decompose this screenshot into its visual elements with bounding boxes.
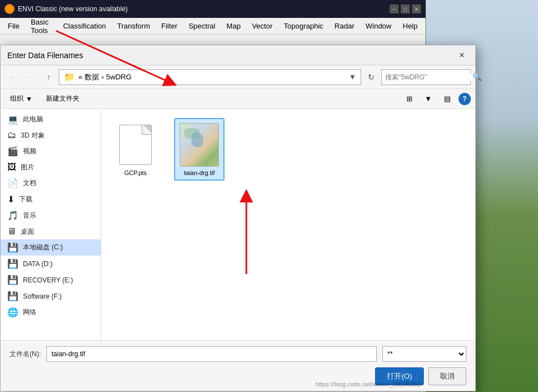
address-chevron-icon[interactable]: ▼ <box>349 73 356 81</box>
nav-item-pictures[interactable]: 🖼 图片 <box>1 159 101 175</box>
nav-item-3d[interactable]: 🗂 3D 对象 <box>1 127 101 143</box>
tif-file-shape <box>180 123 219 167</box>
menu-item-basic-tools[interactable]: Basic Tools <box>25 16 58 37</box>
nav-item-video[interactable]: 🎬 视频 <box>1 143 101 159</box>
file-item-tif[interactable]: taian-drg.tif <box>174 118 224 181</box>
gcp-file-label: GCP.pts <box>124 169 147 176</box>
menu-item-spectral[interactable]: Spectral <box>183 20 221 32</box>
file-item-gcp[interactable]: GCP.pts <box>110 118 161 181</box>
search-button[interactable]: 🔍 <box>472 70 482 84</box>
close-app-button[interactable]: ✕ <box>412 4 421 13</box>
nav-item-network[interactable]: 🌐 网络 <box>1 304 101 320</box>
help-icon: ? <box>462 95 466 103</box>
view-dropdown-button[interactable]: ▼ <box>420 92 436 106</box>
nav-item-this-pc[interactable]: 💻 此电脑 <box>1 111 101 127</box>
title-bar-controls: ─ □ ✕ <box>390 4 421 13</box>
nav-item-software-f[interactable]: 💾 Software (F:) <box>1 288 101 304</box>
music-icon: 🎵 <box>7 210 18 221</box>
menu-item-window[interactable]: Window <box>360 20 397 32</box>
nav-item-documents-label: 文档 <box>23 178 36 188</box>
nav-item-video-label: 视频 <box>23 147 36 156</box>
refresh-button[interactable]: ↻ <box>363 69 379 85</box>
documents-icon: 📄 <box>7 178 18 188</box>
dialog-toolbar2: 组织 ▼ 新建文件夹 ⊞ ▼ ▤ ? <box>1 89 475 109</box>
nav-item-recovery-e[interactable]: 💾 RECOVERY (E:) <box>1 272 101 288</box>
data-d-icon: 💾 <box>7 258 18 269</box>
nav-item-data-d[interactable]: 💾 DATA (D:) <box>1 256 101 272</box>
cancel-button[interactable]: 取消 <box>428 367 466 385</box>
new-folder-label: 新建文件夹 <box>46 94 79 103</box>
nav-item-music-label: 音乐 <box>23 211 36 220</box>
menu-item-vector[interactable]: Vector <box>246 20 278 32</box>
tif-file-icon <box>180 122 219 167</box>
downloads-icon: ⬇ <box>7 194 15 205</box>
filename-input[interactable] <box>46 346 377 362</box>
breadcrumb-arrow: › <box>101 73 104 81</box>
menu-item-map[interactable]: Map <box>221 20 246 32</box>
local-c-icon: 💾 <box>7 242 18 253</box>
menu-bar: FileBasic ToolsClassificationTransformFi… <box>0 18 425 35</box>
dialog-close-button[interactable]: × <box>455 49 469 62</box>
organize-label: 组织 <box>10 94 24 103</box>
menu-item-topographic[interactable]: Topographic <box>278 20 329 32</box>
nav-item-documents[interactable]: 📄 文档 <box>1 175 101 191</box>
forward-button[interactable]: → <box>23 69 39 85</box>
menu-item-file[interactable]: File <box>2 20 25 32</box>
nav-pane: 💻 此电脑 🗂 3D 对象 🎬 视频 🖼 图片 📄 文档 ⬇ 下载 <box>1 109 101 340</box>
view-dropdown-icon: ▼ <box>425 95 432 103</box>
pane-toggle-button[interactable]: ▤ <box>439 92 455 106</box>
nav-item-data-d-label: DATA (D:) <box>23 260 53 268</box>
breadcrumb: « 数据 › 5wDRG <box>78 72 132 82</box>
nav-item-music[interactable]: 🎵 音乐 <box>1 207 101 224</box>
tif-map-preview <box>180 124 218 166</box>
minimize-button[interactable]: ─ <box>390 4 399 13</box>
network-icon: 🌐 <box>7 307 18 318</box>
breadcrumb-5wdrg[interactable]: 5wDRG <box>106 73 132 81</box>
envi-title-bar: ENVI Classic (new version available) ─ □… <box>0 0 425 18</box>
dialog-address-toolbar: ← → ↑ 📁 « 数据 › 5wDRG ▼ ↻ 🔍 <box>1 65 475 89</box>
tif-file-label: taian-drg.tif <box>184 169 214 176</box>
desktop-icon: 🖥 <box>7 226 16 237</box>
envi-title: ENVI Classic (new version available) <box>18 5 390 13</box>
pane-icon: ▤ <box>444 95 451 103</box>
file-pane: GCP.pts taian-drg.tif <box>101 109 475 340</box>
new-folder-button[interactable]: 新建文件夹 <box>41 92 85 106</box>
generic-file-shape <box>119 125 152 165</box>
filename-row: 文件名(N): ** <box>10 346 466 362</box>
this-pc-icon: 💻 <box>7 114 18 125</box>
nav-item-this-pc-label: 此电脑 <box>23 115 43 124</box>
organize-chevron-icon: ▼ <box>26 95 32 103</box>
dialog-content: 💻 此电脑 🗂 3D 对象 🎬 视频 🖼 图片 📄 文档 ⬇ 下载 <box>1 109 475 340</box>
3d-icon: 🗂 <box>7 130 16 140</box>
dialog-title-bar: Enter Data Filenames × <box>1 45 475 65</box>
dialog-title: Enter Data Filenames <box>7 51 455 60</box>
menu-item-radar[interactable]: Radar <box>329 20 360 32</box>
search-input[interactable] <box>382 73 472 81</box>
up-button[interactable]: ↑ <box>41 69 57 85</box>
menu-item-classification[interactable]: Classification <box>58 20 112 32</box>
menu-item-transform[interactable]: Transform <box>111 20 156 32</box>
view-button[interactable]: ⊞ <box>401 92 417 106</box>
nav-item-local-c-label: 本地磁盘 (C:) <box>23 243 63 252</box>
nav-item-pictures-label: 图片 <box>21 163 34 172</box>
nav-item-local-c[interactable]: 💾 本地磁盘 (C:) <box>1 239 101 256</box>
watermark: https://blog.csdn.net/weixin_39190382 <box>316 381 420 388</box>
maximize-button[interactable]: □ <box>401 4 410 13</box>
nav-item-recovery-e-label: RECOVERY (E:) <box>23 276 73 284</box>
help-button[interactable]: ? <box>459 93 471 105</box>
gcp-file-icon <box>116 122 155 167</box>
menu-item-filter[interactable]: Filter <box>156 20 183 32</box>
pictures-icon: 🖼 <box>7 162 16 172</box>
nav-item-downloads-label: 下载 <box>19 195 32 204</box>
view-icon: ⊞ <box>406 95 413 103</box>
breadcrumb-data[interactable]: 数据 <box>85 72 99 82</box>
nav-item-desktop-label: 桌面 <box>21 227 34 237</box>
filetype-select[interactable]: ** <box>382 346 466 362</box>
menu-item-help[interactable]: Help <box>397 20 423 32</box>
nav-item-desktop[interactable]: 🖥 桌面 <box>1 224 101 239</box>
organize-button[interactable]: 组织 ▼ <box>5 92 38 106</box>
nav-item-downloads[interactable]: ⬇ 下载 <box>1 191 101 207</box>
back-button[interactable]: ← <box>5 69 21 85</box>
nav-item-3d-label: 3D 对象 <box>21 131 45 140</box>
nav-item-network-label: 网络 <box>23 308 36 317</box>
